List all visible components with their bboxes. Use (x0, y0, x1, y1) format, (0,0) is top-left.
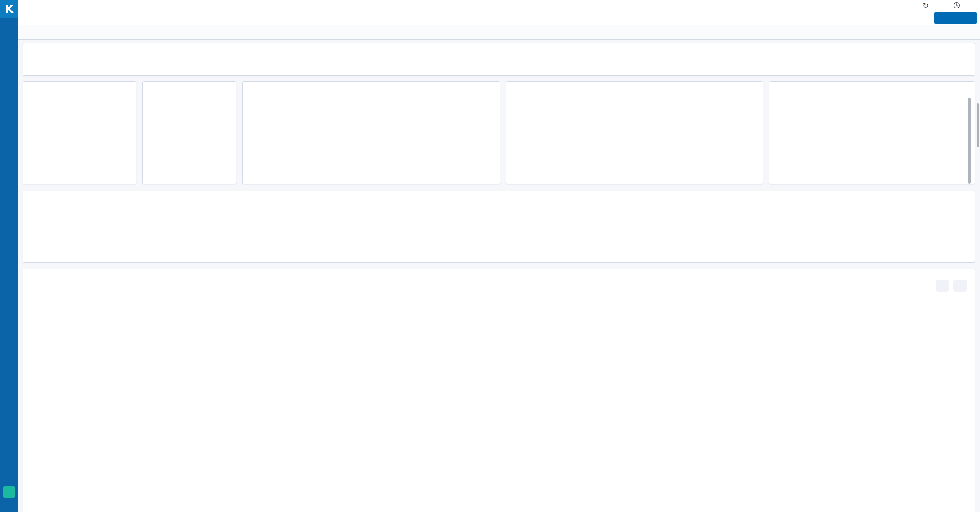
export-formatted-link[interactable] (787, 170, 789, 179)
top-panels-row (23, 81, 975, 184)
export-row (776, 170, 789, 179)
export-raw-link[interactable] (781, 170, 782, 179)
next-page-button[interactable] (953, 280, 967, 292)
time-range-picker[interactable] (953, 2, 963, 9)
auto-refresh-button[interactable]: ↻ (923, 1, 932, 10)
panel-title (23, 43, 975, 49)
dashboard-content (18, 40, 980, 512)
panel-package-count (23, 81, 136, 184)
panel-package-os-distribution (506, 81, 763, 184)
kibana-logo-icon: K (5, 2, 13, 16)
sidebar-bottom (3, 486, 15, 512)
page-scrollbar[interactable] (977, 103, 979, 147)
top-bar: ↻ (18, 0, 980, 11)
filter-bar (18, 25, 980, 40)
query-bar (18, 11, 980, 25)
panel-package-document-histogram (23, 191, 975, 263)
panel-title (506, 82, 763, 87)
panel-dashboard-links (23, 43, 975, 76)
main-area: ↻ (18, 0, 980, 512)
refresh-button-wrap (930, 11, 980, 25)
panel-title (243, 82, 500, 87)
panel-title (769, 82, 975, 87)
topbar-menu: ↻ (912, 1, 974, 10)
documents-pagination (23, 274, 975, 295)
space-badge[interactable] (3, 486, 15, 498)
panel-title (23, 191, 975, 196)
column-header-time[interactable] (41, 298, 109, 306)
kibana-logo[interactable]: K (0, 0, 18, 18)
panel-package-documents (23, 269, 975, 512)
search-input[interactable] (28, 14, 913, 22)
package-names-table (776, 92, 969, 107)
refresh-button[interactable] (934, 12, 977, 24)
panel-title (143, 82, 236, 87)
histogram-plot-area[interactable] (60, 207, 903, 242)
dashboard-links-row (23, 49, 975, 54)
panel-title (23, 82, 136, 87)
app-sidebar: K (0, 0, 18, 512)
column-header-name[interactable] (776, 95, 929, 104)
refresh-cycle-icon: ↻ (923, 1, 929, 10)
names-panel-scrollbar[interactable] (968, 98, 971, 184)
panel-package-changes (142, 81, 236, 184)
documents-table-header (23, 295, 975, 308)
panel-package-names (769, 81, 975, 184)
os-distribution-donut-chart[interactable] (568, 103, 641, 176)
change-actions-donut-chart[interactable] (307, 103, 378, 174)
previous-page-button[interactable] (936, 280, 949, 292)
panel-package-change-actions (242, 81, 500, 184)
clock-icon (953, 2, 960, 9)
package-names-header (776, 92, 969, 107)
panel-title (23, 269, 975, 274)
column-header-count[interactable] (929, 95, 963, 104)
